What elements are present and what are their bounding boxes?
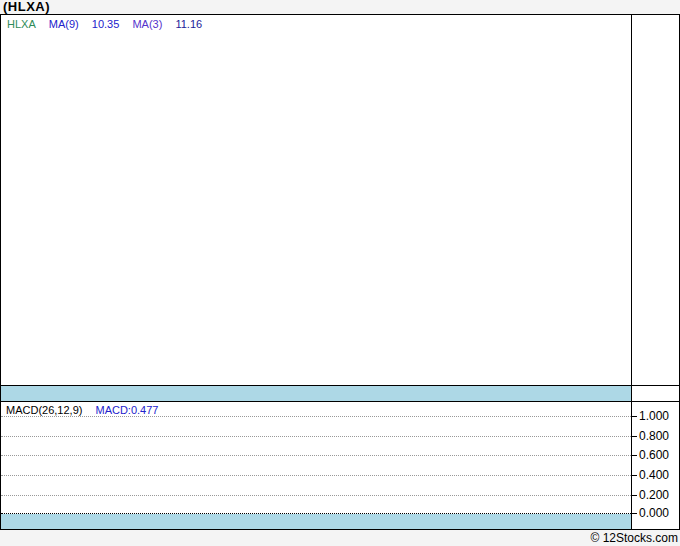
axis-label: 0.800 (639, 429, 680, 443)
gridline-0.200 (1, 495, 631, 496)
axis-label: 0.200 (639, 488, 680, 502)
macd-below-zero-band (1, 514, 631, 529)
axis-label: 1.000 (639, 409, 680, 423)
price-plot-area (1, 15, 631, 385)
macd-legend-label: MACD(26,12,9) (6, 404, 82, 416)
separator-band (1, 386, 631, 401)
watermark-credit: © 12Stocks.com (590, 531, 678, 546)
tick-mark (631, 455, 637, 456)
tick-mark (631, 436, 637, 437)
chart-frame: HLXA MA(9) 10.35 MA(3) 11.16 MACD(26,12,… (0, 14, 680, 530)
axis-label: 0.400 (639, 468, 680, 482)
tick-mark (631, 495, 637, 496)
tick-mark (631, 416, 637, 417)
gridline-0.400 (1, 475, 631, 476)
axis-label: 0.600 (639, 448, 680, 462)
tick-mark (631, 475, 637, 476)
page-title: (HLXA) (3, 0, 50, 14)
axis-label: 0.000 (639, 506, 680, 520)
macd-legend-value: MACD:0.477 (95, 404, 158, 416)
gridline-0.800 (1, 436, 631, 437)
gridline-0.600 (1, 455, 631, 456)
tick-mark (631, 513, 637, 514)
macd-panel-top-border (1, 401, 679, 402)
gridline-1.000 (1, 416, 631, 417)
macd-legend: MACD(26,12,9) MACD:0.477 (6, 404, 168, 416)
axis-divider (631, 15, 632, 529)
